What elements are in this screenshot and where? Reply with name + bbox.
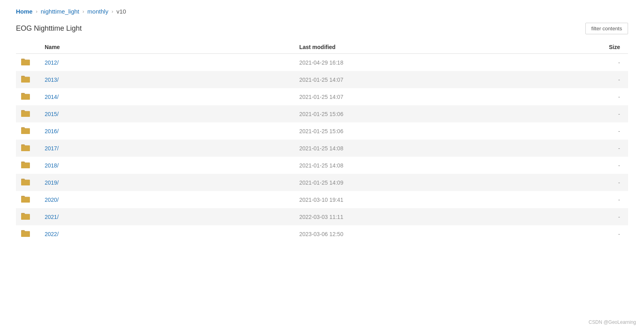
table-row: 2021/2022-03-03 11:11- xyxy=(16,208,628,225)
table-row: 2012/2021-04-29 16:18- xyxy=(16,54,628,71)
folder-icon xyxy=(21,229,30,237)
table-row: 2014/2021-01-25 14:07- xyxy=(16,88,628,105)
folder-name-link[interactable]: 2016/ xyxy=(45,128,59,134)
table-row: 2019/2021-01-25 14:09- xyxy=(16,174,628,191)
folder-icon xyxy=(21,58,30,66)
modified-cell: 2022-03-03 11:11 xyxy=(294,208,382,225)
name-cell: 2014/ xyxy=(40,88,294,105)
folder-icon xyxy=(21,75,30,83)
folder-cell xyxy=(16,208,40,225)
modified-cell: 2021-03-10 19:41 xyxy=(294,191,382,208)
name-cell: 2021/ xyxy=(40,208,294,225)
breadcrumb-separator-1: › xyxy=(36,8,37,14)
folder-cell xyxy=(16,122,40,140)
filter-contents-button[interactable]: filter contents xyxy=(585,23,628,34)
col-header-icon xyxy=(16,41,40,54)
folder-name-link[interactable]: 2020/ xyxy=(45,197,59,203)
folder-icon xyxy=(21,161,30,169)
name-cell: 2016/ xyxy=(40,122,294,140)
col-header-modified: Last modified xyxy=(294,41,382,54)
name-cell: 2019/ xyxy=(40,174,294,191)
file-table: Name Last modified Size 2012/2021-04-29 … xyxy=(16,41,628,242)
page-title: EOG Nighttime Light xyxy=(16,24,82,33)
size-cell: - xyxy=(382,54,628,71)
folder-cell xyxy=(16,157,40,174)
folder-cell xyxy=(16,174,40,191)
name-cell: 2022/ xyxy=(40,225,294,242)
table-header-row: Name Last modified Size xyxy=(16,41,628,54)
size-cell: - xyxy=(382,122,628,140)
breadcrumb: Home › nighttime_light › monthly › v10 xyxy=(16,8,628,15)
footer-attribution: CSDN @GeoLearning xyxy=(589,319,636,325)
folder-name-link[interactable]: 2022/ xyxy=(45,231,59,237)
folder-name-link[interactable]: 2015/ xyxy=(45,111,59,117)
size-cell: - xyxy=(382,105,628,122)
folder-icon xyxy=(21,195,30,203)
size-cell: - xyxy=(382,174,628,191)
modified-cell: 2021-01-25 14:07 xyxy=(294,71,382,88)
breadcrumb-monthly[interactable]: monthly xyxy=(87,8,108,15)
size-cell: - xyxy=(382,225,628,242)
breadcrumb-separator-3: › xyxy=(112,8,113,14)
folder-cell xyxy=(16,54,40,71)
size-cell: - xyxy=(382,157,628,174)
folder-icon xyxy=(21,212,30,220)
folder-name-link[interactable]: 2019/ xyxy=(45,179,59,186)
folder-icon xyxy=(21,144,30,152)
size-cell: - xyxy=(382,191,628,208)
modified-cell: 2021-01-25 14:09 xyxy=(294,174,382,191)
table-row: 2020/2021-03-10 19:41- xyxy=(16,191,628,208)
name-cell: 2013/ xyxy=(40,71,294,88)
name-cell: 2018/ xyxy=(40,157,294,174)
folder-name-link[interactable]: 2017/ xyxy=(45,145,59,152)
modified-cell: 2021-01-25 15:06 xyxy=(294,122,382,140)
name-cell: 2012/ xyxy=(40,54,294,71)
size-cell: - xyxy=(382,88,628,105)
breadcrumb-separator-2: › xyxy=(83,8,84,14)
header-row: EOG Nighttime Light filter contents xyxy=(16,23,628,34)
folder-name-link[interactable]: 2014/ xyxy=(45,94,59,100)
folder-cell xyxy=(16,105,40,122)
modified-cell: 2021-01-25 14:08 xyxy=(294,140,382,157)
col-header-size: Size xyxy=(382,41,628,54)
modified-cell: 2021-01-25 15:06 xyxy=(294,105,382,122)
folder-cell xyxy=(16,88,40,105)
table-row: 2018/2021-01-25 14:08- xyxy=(16,157,628,174)
table-row: 2015/2021-01-25 15:06- xyxy=(16,105,628,122)
table-row: 2013/2021-01-25 14:07- xyxy=(16,71,628,88)
folder-icon xyxy=(21,126,30,134)
modified-cell: 2023-03-06 12:50 xyxy=(294,225,382,242)
table-row: 2022/2023-03-06 12:50- xyxy=(16,225,628,242)
folder-icon xyxy=(21,92,30,100)
breadcrumb-v10: v10 xyxy=(116,8,126,15)
folder-icon xyxy=(21,109,30,117)
folder-icon xyxy=(21,178,30,186)
col-header-name: Name xyxy=(40,41,294,54)
name-cell: 2017/ xyxy=(40,140,294,157)
folder-name-link[interactable]: 2012/ xyxy=(45,59,59,66)
breadcrumb-nighttime-light[interactable]: nighttime_light xyxy=(41,8,79,15)
size-cell: - xyxy=(382,71,628,88)
size-cell: - xyxy=(382,140,628,157)
modified-cell: 2021-04-29 16:18 xyxy=(294,54,382,71)
modified-cell: 2021-01-25 14:08 xyxy=(294,157,382,174)
table-row: 2017/2021-01-25 14:08- xyxy=(16,140,628,157)
name-cell: 2015/ xyxy=(40,105,294,122)
modified-cell: 2021-01-25 14:07 xyxy=(294,88,382,105)
folder-cell xyxy=(16,71,40,88)
breadcrumb-home[interactable]: Home xyxy=(16,8,33,15)
folder-name-link[interactable]: 2013/ xyxy=(45,77,59,83)
folder-name-link[interactable]: 2021/ xyxy=(45,214,59,220)
size-cell: - xyxy=(382,208,628,225)
folder-cell xyxy=(16,191,40,208)
name-cell: 2020/ xyxy=(40,191,294,208)
folder-cell xyxy=(16,140,40,157)
folder-cell xyxy=(16,225,40,242)
table-row: 2016/2021-01-25 15:06- xyxy=(16,122,628,140)
folder-name-link[interactable]: 2018/ xyxy=(45,162,59,169)
